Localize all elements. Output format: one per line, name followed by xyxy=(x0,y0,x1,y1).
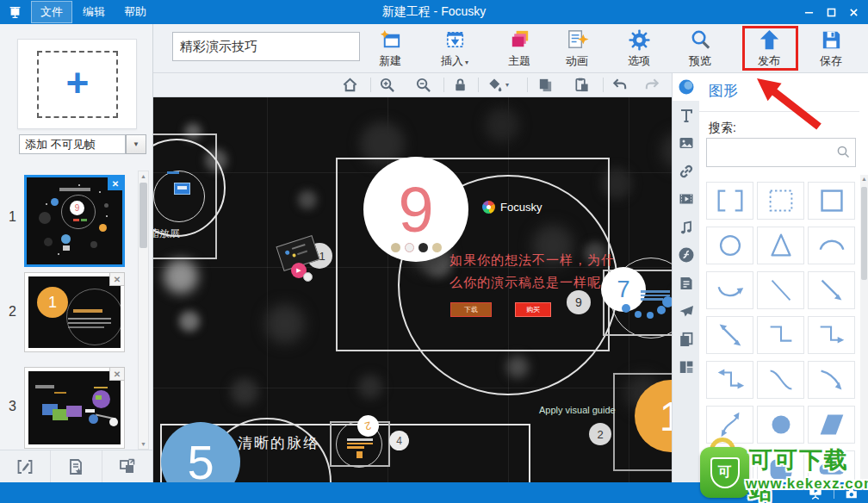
shape-curve-double-arrow[interactable] xyxy=(706,406,753,444)
publish-button[interactable]: 发布 xyxy=(745,28,793,71)
shape-filled-blob[interactable] xyxy=(757,450,804,482)
status-bar xyxy=(0,482,868,503)
shape-triangle[interactable] xyxy=(757,227,804,264)
caret-down-icon[interactable]: ▾ xyxy=(505,81,509,89)
tool-link[interactable] xyxy=(673,158,700,185)
close-icon[interactable]: ✕ xyxy=(108,177,123,190)
shapes-scrollbar[interactable]: ▲ xyxy=(860,175,868,482)
add-frame-dropdown[interactable]: 添加 不可见帧 xyxy=(19,134,126,154)
zoom-in-icon[interactable] xyxy=(379,77,395,93)
scroll-up-icon[interactable]: ▲ xyxy=(860,176,868,182)
divider xyxy=(603,78,604,92)
zoom-out-icon[interactable] xyxy=(415,77,431,93)
slide-question-text: 如果你的想法不一样，为什 么你的演示稿总是一样呢？ xyxy=(450,249,622,294)
shape-search-input[interactable] xyxy=(710,142,834,163)
shape-elbow[interactable] xyxy=(757,316,804,354)
shape-elbow-double-arrow[interactable] xyxy=(706,361,753,399)
toolbar-button-1[interactable]: 插入▾ xyxy=(431,28,479,71)
add-frame-card[interactable]: + xyxy=(17,39,137,129)
tool-image[interactable] xyxy=(673,129,700,157)
close-icon[interactable]: ✕ xyxy=(109,272,125,286)
edit-frame-button[interactable] xyxy=(0,450,51,483)
star-frame-button[interactable] xyxy=(51,450,102,483)
toolbar-button-7[interactable]: 保存 xyxy=(807,28,855,71)
tool-music[interactable] xyxy=(673,214,700,241)
thumbnails-scrollbar[interactable]: ▲ ▼ xyxy=(138,171,149,450)
scrollbar-thumb[interactable] xyxy=(861,187,867,280)
tool-pages[interactable] xyxy=(673,326,700,353)
plane-icon xyxy=(678,302,695,320)
shape-bracket-frame[interactable] xyxy=(706,182,753,220)
plus-icon: + xyxy=(66,63,90,102)
close-icon[interactable]: ✕ xyxy=(109,367,125,381)
tools-strip xyxy=(672,73,699,482)
fill-icon[interactable] xyxy=(487,77,503,93)
project-title-input[interactable] xyxy=(172,32,360,61)
divider xyxy=(370,78,371,92)
link-icon xyxy=(678,163,695,180)
toolbar-button-4[interactable]: 选项 xyxy=(615,28,663,71)
toolbar-button-3[interactable]: 动画 xyxy=(553,28,601,71)
add-frame-dashed-box: + xyxy=(37,51,118,118)
scrollbar-thumb[interactable] xyxy=(140,183,147,248)
divider xyxy=(699,111,859,112)
shape-rect[interactable] xyxy=(808,182,855,220)
toolbar-button-0[interactable]: 新建 xyxy=(366,28,414,71)
menu-help[interactable]: 帮助 xyxy=(115,2,155,22)
shape-filled-parallelogram[interactable] xyxy=(808,406,855,444)
tool-video[interactable] xyxy=(673,185,700,213)
shape-s-curve[interactable] xyxy=(757,361,804,399)
tool-notes[interactable] xyxy=(673,270,700,297)
publish-icon xyxy=(757,28,782,53)
shape-arrow[interactable] xyxy=(808,271,855,309)
path-badge-9: 9 xyxy=(567,290,591,314)
shape-curve-arrow[interactable] xyxy=(808,361,855,399)
shapes-panel-title: 图形 xyxy=(709,81,738,101)
preview-icon xyxy=(688,28,713,53)
scroll-up-icon[interactable]: ▲ xyxy=(139,173,148,179)
search-label: 搜索: xyxy=(709,121,736,136)
slide-thumbnail-3[interactable]: ✕ xyxy=(24,367,125,449)
slide-thumbnail-2[interactable]: 1✕ xyxy=(24,272,125,352)
slide-thumbnail-1[interactable]: 9✕ xyxy=(24,175,125,267)
mini-blue-button xyxy=(174,183,190,195)
tool-flash[interactable] xyxy=(673,241,700,269)
menu-file[interactable]: 文件 xyxy=(31,1,72,23)
redo-icon[interactable] xyxy=(644,77,660,93)
scroll-down-icon[interactable]: ▼ xyxy=(139,441,148,447)
shape-line[interactable] xyxy=(757,271,804,309)
toolbar-button-2[interactable]: 主题 xyxy=(495,28,543,71)
presentation-canvas[interactable]: 缩放展 9 Focusky 如果你的想法不一样，为什 么你的演示稿总是一样呢？ … xyxy=(153,97,672,482)
close-button[interactable] xyxy=(842,3,865,22)
shape-elbow-arrow[interactable] xyxy=(808,316,855,354)
shape-filled-bar[interactable] xyxy=(808,450,855,482)
lock-icon[interactable] xyxy=(452,77,468,93)
shape-dashed-rect[interactable] xyxy=(757,182,804,220)
tool-layout[interactable] xyxy=(673,353,700,381)
home-icon[interactable] xyxy=(342,77,358,93)
undo-icon[interactable] xyxy=(611,77,628,93)
paste-icon[interactable] xyxy=(574,77,590,93)
move-frame-button[interactable] xyxy=(102,450,152,483)
new-icon xyxy=(378,28,403,53)
video-icon xyxy=(678,190,695,208)
copy-icon[interactable] xyxy=(537,77,554,93)
insert-icon xyxy=(443,28,468,53)
tool-text[interactable] xyxy=(673,102,700,129)
canvas-toolbar: ▾ xyxy=(153,73,672,97)
shape-double-arrow[interactable] xyxy=(706,316,753,354)
tool-plane[interactable] xyxy=(673,297,700,325)
maximize-button[interactable] xyxy=(820,3,842,22)
toolbar-button-5[interactable]: 预览 xyxy=(676,28,724,71)
shape-filled-diamond[interactable] xyxy=(706,450,753,482)
shape-arc[interactable] xyxy=(808,227,855,264)
present-icon[interactable] xyxy=(808,485,823,500)
shape-arc-arrow[interactable] xyxy=(706,271,753,309)
dropdown-caret-icon[interactable]: ▼ xyxy=(126,134,146,154)
tool-shapes[interactable] xyxy=(673,73,700,101)
snapshot-icon[interactable] xyxy=(844,485,859,500)
menu-edit[interactable]: 编辑 xyxy=(74,2,114,22)
minimize-button[interactable] xyxy=(797,3,820,22)
shape-filled-circle[interactable] xyxy=(757,406,804,444)
shape-circle[interactable] xyxy=(706,227,753,264)
